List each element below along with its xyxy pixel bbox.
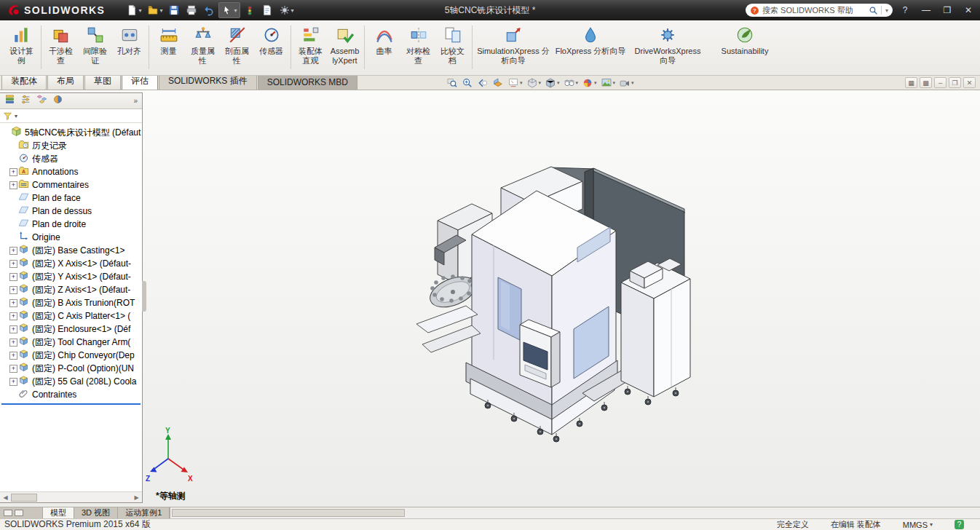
open-access-doors[interactable] xyxy=(416,306,481,352)
expand-plus-icon[interactable]: + xyxy=(9,260,17,268)
tree-item[interactable]: Origine xyxy=(0,231,142,244)
expand-plus-icon[interactable]: + xyxy=(9,286,17,294)
dropdown-arrow-icon[interactable]: ▾ xyxy=(539,80,542,86)
tree-item[interactable]: Contraintes xyxy=(0,388,142,401)
display-style-button[interactable]: ▾ xyxy=(544,76,561,90)
tree-item[interactable]: Plan de droite xyxy=(0,218,142,231)
minimize-button[interactable]: — xyxy=(917,5,935,15)
scroll-right-icon[interactable]: ▶ xyxy=(131,494,142,501)
tree-item[interactable]: 历史记录 xyxy=(0,139,142,152)
ribbon-button-driveworksxpress[interactable]: DriveWorksXpress 向导 xyxy=(629,23,706,66)
ribbon-button-compare-documents[interactable]: 比较文档 xyxy=(435,23,470,66)
tree-item[interactable]: +(固定) Z Axis<1> (Défaut- xyxy=(0,283,142,296)
expand-plus-icon[interactable]: + xyxy=(9,168,17,176)
graphics-area[interactable]: Y X Z *等轴测 xyxy=(0,90,980,507)
file-properties-button[interactable] xyxy=(259,3,275,17)
units-dropdown-icon[interactable]: ▾ xyxy=(930,521,933,528)
expand-plus-icon[interactable]: + xyxy=(9,312,17,320)
expand-plus-icon[interactable]: + xyxy=(9,378,17,386)
tree-item[interactable]: +(固定) P-Cool (Option)(UN xyxy=(0,362,142,375)
ribbon-button-floxpress[interactable]: FloXpress 分析向导 xyxy=(552,23,629,56)
horizontal-scroll-thumb[interactable] xyxy=(172,509,405,517)
doc-restore-button[interactable]: ❐ xyxy=(949,77,961,88)
panel-splitter[interactable] xyxy=(142,281,146,312)
print-button[interactable] xyxy=(183,3,199,17)
ribbon-button-measure[interactable]: 测量 xyxy=(151,23,186,56)
quick-tips-icon[interactable]: ? xyxy=(955,520,964,529)
expand-plus-icon[interactable]: + xyxy=(9,247,17,255)
dropdown-arrow-icon[interactable]: ▾ xyxy=(557,80,560,86)
tree-item[interactable]: +(固定) B Axis Trunion(ROT xyxy=(0,296,142,309)
expand-plus-icon[interactable]: + xyxy=(9,365,17,373)
expand-plus-icon[interactable]: + xyxy=(9,352,17,360)
ribbon-button-symmetry-check[interactable]: 对称检查 xyxy=(401,23,435,66)
coolant-cabinet[interactable] xyxy=(621,258,690,397)
ribbon-button-clearance-verify[interactable]: 间隙验证 xyxy=(78,23,112,66)
tree-item[interactable]: 传感器 xyxy=(0,152,142,165)
tree-item[interactable]: +(固定) Base Casting<1> xyxy=(0,244,142,257)
select-arrow-button[interactable]: ▾ xyxy=(218,2,240,18)
close-button[interactable]: ✕ xyxy=(960,5,977,15)
tree-item[interactable]: 5轴CNC铣床设计模型 (Défaut xyxy=(0,126,142,139)
hide-show-items-button[interactable]: ▾ xyxy=(563,76,580,90)
tree-item[interactable]: Plan de dessus xyxy=(0,205,142,218)
panel-horizontal-scrollbar[interactable]: ◀ ▶ xyxy=(0,491,142,502)
help-button[interactable]: ? xyxy=(896,5,914,15)
doc-tab-3d-views[interactable]: 3D 视图 xyxy=(74,507,118,518)
propertymanager-tab-button[interactable] xyxy=(20,94,31,108)
tree-item[interactable]: +(固定) Tool Changer Arm( xyxy=(0,336,142,349)
search-input[interactable]: 搜索 SOLIDWORKS 帮助 xyxy=(762,5,866,16)
tree-item[interactable]: +AAnnotations xyxy=(0,165,142,178)
ribbon-button-curvature[interactable]: 曲率 xyxy=(367,23,401,56)
new-document-button[interactable]: ▾ xyxy=(124,3,143,17)
ribbon-button-hole-alignment[interactable]: 孔对齐 xyxy=(112,23,146,56)
ribbon-button-design-study[interactable]: 设计算例 xyxy=(4,23,39,66)
dropdown-arrow-icon[interactable]: ▾ xyxy=(576,80,579,86)
ribbon-button-sustainability[interactable]: Sustainability xyxy=(706,23,783,56)
ribbon-button-assemblyxpert[interactable]: AssemblyXpert xyxy=(328,23,362,66)
dropdown-arrow-icon[interactable]: ▾ xyxy=(520,80,523,86)
tree-item[interactable]: Plan de face xyxy=(0,191,142,205)
expand-plus-icon[interactable]: + xyxy=(9,299,17,307)
ribbon-button-section-properties[interactable]: 剖面属性 xyxy=(220,23,254,66)
ribbon-button-simulationxpress[interactable]: SimulationXpress 分析向导 xyxy=(475,23,552,66)
undo-button[interactable] xyxy=(201,3,217,17)
ribbon-button-interference-check[interactable]: 干涉检查 xyxy=(44,23,78,66)
search-dropdown-icon[interactable]: ▾ xyxy=(885,7,888,14)
options-gear-button[interactable]: ▾ xyxy=(277,3,296,17)
configurationmanager-tab-button[interactable] xyxy=(36,94,47,108)
open-button[interactable]: ▾ xyxy=(145,3,165,17)
dropdown-arrow-icon[interactable]: ▾ xyxy=(594,80,597,86)
tree-filter-row[interactable]: ▾ xyxy=(0,109,142,123)
dropdown-arrow-icon[interactable]: ▾ xyxy=(234,7,237,14)
dropdown-arrow-icon[interactable]: ▾ xyxy=(291,7,294,14)
tree-item[interactable]: +(固定) Enclosure<1> (Déf xyxy=(0,323,142,336)
doc-tab-motion-study-1[interactable]: 运动算例1 xyxy=(118,507,170,518)
save-button[interactable] xyxy=(166,3,182,17)
horizontal-scrollbar[interactable] xyxy=(170,507,980,518)
dropdown-arrow-icon[interactable]: ▾ xyxy=(613,80,616,86)
scroll-left-icon[interactable]: ◀ xyxy=(0,494,11,501)
doc-minimize-button[interactable]: – xyxy=(934,77,947,88)
filter-dropdown-icon[interactable]: ▾ xyxy=(15,113,17,119)
expand-plus-icon[interactable]: + xyxy=(9,339,17,347)
edit-appearance-button[interactable]: ▾ xyxy=(581,76,598,90)
zoom-area-button[interactable] xyxy=(461,76,474,90)
panel-expand-chevron-icon[interactable]: » xyxy=(133,97,138,105)
section-view-button[interactable] xyxy=(491,76,505,90)
ribbon-button-mass-properties[interactable]: 质量属性 xyxy=(186,23,220,66)
magnifier-icon[interactable] xyxy=(869,6,878,15)
dropdown-arrow-icon[interactable]: ▾ xyxy=(631,80,634,86)
view-settings-button[interactable]: ▾ xyxy=(618,76,635,90)
doc-tab-model[interactable]: 模型 xyxy=(42,507,74,518)
dropdown-arrow-icon[interactable]: ▾ xyxy=(159,7,162,14)
zoom-fit-button[interactable] xyxy=(446,76,459,90)
annotation-view-button[interactable]: ▾ xyxy=(507,76,523,90)
units-selector[interactable]: MMGS ▾ xyxy=(903,521,933,529)
tab-solidworks-mbd[interactable]: SOLIDWORKS MBD xyxy=(258,75,357,90)
scroll-thumb[interactable] xyxy=(11,494,37,502)
tree-item[interactable]: +(固定) 55 Gal (208L) Coola xyxy=(0,375,142,388)
rollback-bar[interactable] xyxy=(1,403,141,405)
ribbon-button-assembly-visualization[interactable]: 装配体直观 xyxy=(293,23,328,66)
control-pendant[interactable] xyxy=(520,320,560,387)
